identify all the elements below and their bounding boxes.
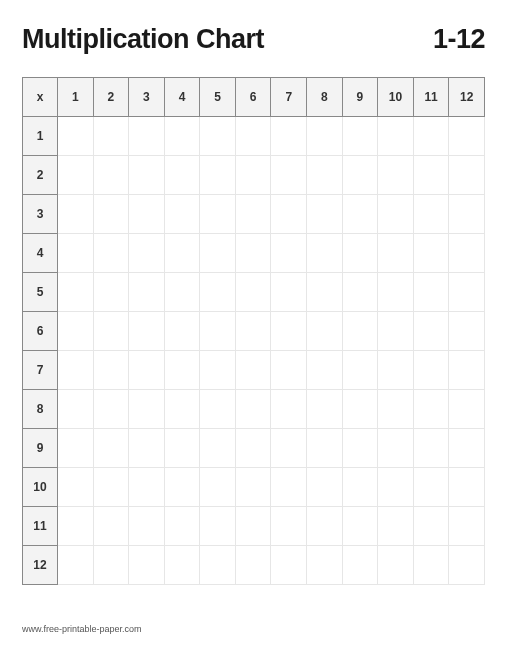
cell xyxy=(164,546,200,585)
column-header-row: x 1 2 3 4 5 6 7 8 9 10 11 12 xyxy=(23,78,485,117)
cell xyxy=(307,546,343,585)
cell xyxy=(378,351,414,390)
cell xyxy=(164,234,200,273)
cell xyxy=(271,390,307,429)
row-header: 8 xyxy=(23,390,58,429)
cell xyxy=(164,312,200,351)
cell xyxy=(200,234,236,273)
col-header: 7 xyxy=(271,78,307,117)
cell xyxy=(271,117,307,156)
cell xyxy=(307,156,343,195)
cell xyxy=(271,546,307,585)
row-header: 10 xyxy=(23,468,58,507)
cell xyxy=(164,156,200,195)
corner-cell: x xyxy=(23,78,58,117)
cell xyxy=(93,468,129,507)
cell xyxy=(378,117,414,156)
range-label: 1-12 xyxy=(433,24,485,55)
cell xyxy=(378,429,414,468)
cell xyxy=(449,546,485,585)
cell xyxy=(413,234,449,273)
cell xyxy=(129,195,165,234)
cell xyxy=(235,468,271,507)
cell xyxy=(378,507,414,546)
cell xyxy=(378,156,414,195)
cell xyxy=(164,195,200,234)
cell xyxy=(93,117,129,156)
cell xyxy=(449,312,485,351)
cell xyxy=(235,273,271,312)
cell xyxy=(200,507,236,546)
cell xyxy=(129,429,165,468)
cell xyxy=(271,156,307,195)
table-row: 10 xyxy=(23,468,485,507)
cell xyxy=(271,507,307,546)
cell xyxy=(58,351,94,390)
page-title: Multiplication Chart xyxy=(22,24,264,55)
cell xyxy=(200,195,236,234)
cell xyxy=(235,351,271,390)
cell xyxy=(164,390,200,429)
col-header: 12 xyxy=(449,78,485,117)
cell xyxy=(307,117,343,156)
cell xyxy=(413,546,449,585)
cell xyxy=(200,390,236,429)
cell xyxy=(449,156,485,195)
cell xyxy=(307,507,343,546)
cell xyxy=(378,390,414,429)
cell xyxy=(200,273,236,312)
cell xyxy=(271,351,307,390)
row-header: 1 xyxy=(23,117,58,156)
col-header: 3 xyxy=(129,78,165,117)
row-header: 11 xyxy=(23,507,58,546)
cell xyxy=(342,273,378,312)
cell xyxy=(342,546,378,585)
cell xyxy=(378,546,414,585)
cell xyxy=(200,546,236,585)
cell xyxy=(307,468,343,507)
cell xyxy=(342,429,378,468)
cell xyxy=(93,351,129,390)
cell xyxy=(58,429,94,468)
cell xyxy=(449,117,485,156)
table-row: 9 xyxy=(23,429,485,468)
cell xyxy=(58,273,94,312)
cell xyxy=(307,351,343,390)
cell xyxy=(58,117,94,156)
cell xyxy=(200,468,236,507)
cell xyxy=(129,156,165,195)
col-header: 10 xyxy=(378,78,414,117)
table-row: 6 xyxy=(23,312,485,351)
table-row: 5 xyxy=(23,273,485,312)
row-header: 9 xyxy=(23,429,58,468)
cell xyxy=(413,156,449,195)
cell xyxy=(271,468,307,507)
cell xyxy=(93,312,129,351)
col-header: 4 xyxy=(164,78,200,117)
cell xyxy=(342,468,378,507)
cell xyxy=(342,234,378,273)
cell xyxy=(164,273,200,312)
col-header: 1 xyxy=(58,78,94,117)
table-row: 2 xyxy=(23,156,485,195)
cell xyxy=(93,234,129,273)
cell xyxy=(449,195,485,234)
cell xyxy=(413,468,449,507)
col-header: 5 xyxy=(200,78,236,117)
cell xyxy=(200,117,236,156)
cell xyxy=(378,273,414,312)
cell xyxy=(413,507,449,546)
table-row: 12 xyxy=(23,546,485,585)
cell xyxy=(235,312,271,351)
col-header: 9 xyxy=(342,78,378,117)
cell xyxy=(200,156,236,195)
cell xyxy=(129,273,165,312)
table-row: 4 xyxy=(23,234,485,273)
row-header: 12 xyxy=(23,546,58,585)
cell xyxy=(235,156,271,195)
cell xyxy=(378,195,414,234)
col-header: 6 xyxy=(235,78,271,117)
cell xyxy=(342,390,378,429)
cell xyxy=(307,234,343,273)
cell xyxy=(235,390,271,429)
